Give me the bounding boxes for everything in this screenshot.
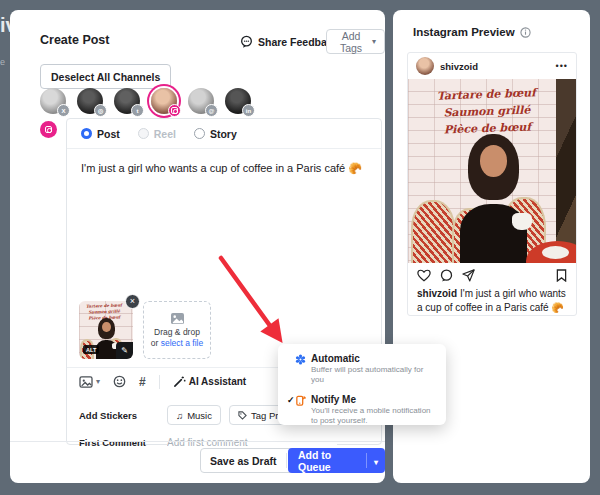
post-header: shivzoid ••• bbox=[408, 53, 576, 79]
info-icon[interactable] bbox=[520, 27, 531, 38]
alt-text-badge[interactable]: ALT bbox=[83, 345, 99, 354]
notify-phone-icon bbox=[295, 395, 306, 406]
channel-instagram-2[interactable]: ◎ bbox=[77, 88, 103, 114]
instagram-post-card: shivzoid ••• Tartare de bœuf Saumon gril… bbox=[407, 52, 577, 316]
post-photo: Tartare de bœuf Saumon grillé Pièce de b… bbox=[408, 79, 576, 263]
tab-reel-label: Reel bbox=[154, 128, 176, 140]
radio-disabled-icon bbox=[138, 128, 149, 139]
feedback-bubble-icon bbox=[240, 35, 253, 48]
automatic-description: Buffer will post automatically for you bbox=[311, 365, 434, 386]
preview-title: Instagram Preview bbox=[413, 26, 531, 38]
channel-threads[interactable]: @ bbox=[188, 88, 214, 114]
music-label: Music bbox=[187, 410, 212, 421]
tab-story-label: Story bbox=[210, 128, 237, 140]
avatar bbox=[416, 57, 434, 75]
pencil-icon: ✎ bbox=[121, 346, 128, 355]
radio-selected-icon bbox=[81, 128, 92, 139]
post-type-tabs: Post Reel Story bbox=[67, 119, 381, 149]
tag-icon bbox=[238, 411, 247, 420]
more-options-icon[interactable]: ••• bbox=[556, 61, 568, 71]
ai-assistant-button[interactable]: AI Assistant bbox=[173, 375, 246, 388]
save-as-draft-label: Save as Draft bbox=[201, 455, 286, 467]
check-icon: ✓ bbox=[287, 395, 295, 405]
radio-icon bbox=[194, 128, 205, 139]
music-note-icon: ♫ bbox=[176, 410, 183, 421]
toolbar-divider bbox=[159, 375, 160, 389]
share-icon[interactable] bbox=[462, 269, 475, 282]
post-actions bbox=[408, 263, 576, 287]
caret-down-icon: ▾ bbox=[96, 378, 100, 386]
add-to-queue-button[interactable]: Add to Queue ▾ bbox=[288, 448, 385, 473]
emoji-picker-button[interactable] bbox=[113, 375, 126, 388]
first-comment-input[interactable] bbox=[167, 437, 337, 448]
add-to-queue-label: Add to Queue bbox=[288, 449, 366, 473]
tab-reel: Reel bbox=[138, 128, 176, 140]
channel-instagram-selected[interactable] bbox=[151, 88, 177, 114]
menu-item-notify-me[interactable]: ✓ Notify Me You'll receive a mobile noti… bbox=[278, 394, 446, 427]
instagram-composer-icon bbox=[40, 121, 57, 138]
channel-selector: X ◎ t @ in bbox=[40, 88, 251, 114]
first-comment-label: First Comment bbox=[79, 437, 167, 448]
footer-divider bbox=[10, 441, 385, 442]
window-frame bbox=[556, 79, 576, 263]
notify-description: You'll receive a mobile notification to … bbox=[311, 406, 434, 427]
caret-down-icon[interactable]: ▾ bbox=[374, 458, 378, 467]
add-tags-button[interactable]: Add Tags ▾ bbox=[326, 29, 385, 54]
username: shivzoid bbox=[440, 61, 550, 72]
twitter-badge-icon: t bbox=[131, 104, 144, 117]
add-tags-label: Add Tags bbox=[335, 30, 367, 54]
caret-down-icon: ▾ bbox=[372, 38, 376, 46]
background-clipped-text: e bbox=[0, 57, 5, 67]
smiley-icon bbox=[113, 375, 126, 388]
schedule-mode-menu: Automatic Buffer will post automatically… bbox=[278, 344, 446, 425]
tab-post[interactable]: Post bbox=[81, 128, 120, 140]
select-file-link[interactable]: select a file bbox=[161, 338, 204, 348]
ai-assistant-label: AI Assistant bbox=[189, 376, 246, 387]
notify-title: Notify Me bbox=[311, 394, 434, 405]
share-feedback-button[interactable]: Share Feedback bbox=[240, 35, 339, 48]
post-caption: shivzoidI'm just a girl who wants a cup … bbox=[408, 287, 576, 316]
linkedin-badge-icon: in bbox=[242, 104, 255, 117]
x-badge-icon: X bbox=[57, 104, 70, 117]
menu-item-automatic[interactable]: Automatic Buffer will post automatically… bbox=[278, 353, 446, 386]
music-button[interactable]: ♫ Music bbox=[167, 405, 221, 425]
dropzone-text2: or select a file bbox=[151, 338, 203, 349]
file-dropzone[interactable]: Drag & drop or select a file bbox=[143, 301, 211, 359]
like-icon[interactable] bbox=[417, 269, 431, 282]
automatic-flower-icon bbox=[295, 354, 306, 365]
tab-story[interactable]: Story bbox=[194, 128, 237, 140]
add-stickers-label: Add Stickers bbox=[79, 410, 167, 421]
channel-linkedin[interactable]: in bbox=[225, 88, 251, 114]
tab-post-label: Post bbox=[97, 128, 120, 140]
bookmark-icon[interactable] bbox=[556, 269, 567, 282]
media-icon bbox=[79, 376, 93, 388]
deselect-all-channels-button[interactable]: Deselect All Channels bbox=[40, 64, 171, 89]
comment-icon[interactable] bbox=[440, 269, 453, 282]
media-attachments: × Tartare de bœuf Saumon grillé Pièce de… bbox=[79, 301, 211, 359]
post-text-editor[interactable]: I'm just a girl who wants a cup of coffe… bbox=[67, 149, 381, 188]
caption-username: shivzoid bbox=[417, 288, 457, 299]
page-title: Create Post bbox=[40, 33, 109, 47]
threads-badge-icon: @ bbox=[205, 104, 218, 117]
edit-image-button[interactable]: ✎ bbox=[116, 342, 133, 359]
channel-twitter[interactable]: t bbox=[114, 88, 140, 114]
dropzone-text: Drag & drop bbox=[154, 327, 200, 338]
magic-wand-icon bbox=[173, 375, 186, 388]
instagram-badge-icon: ◎ bbox=[94, 104, 107, 117]
channel-x[interactable]: X bbox=[40, 88, 66, 114]
instagram-badge-icon bbox=[168, 104, 181, 117]
hashtag-button[interactable]: # bbox=[139, 375, 146, 389]
attached-image-thumbnail[interactable]: × Tartare de bœuf Saumon grillé Pièce de… bbox=[79, 301, 133, 359]
image-icon bbox=[170, 312, 185, 325]
hashtag-icon: # bbox=[139, 375, 146, 389]
add-media-button[interactable]: ▾ bbox=[79, 376, 100, 388]
automatic-title: Automatic bbox=[311, 353, 434, 364]
remove-image-button[interactable]: × bbox=[125, 294, 140, 309]
